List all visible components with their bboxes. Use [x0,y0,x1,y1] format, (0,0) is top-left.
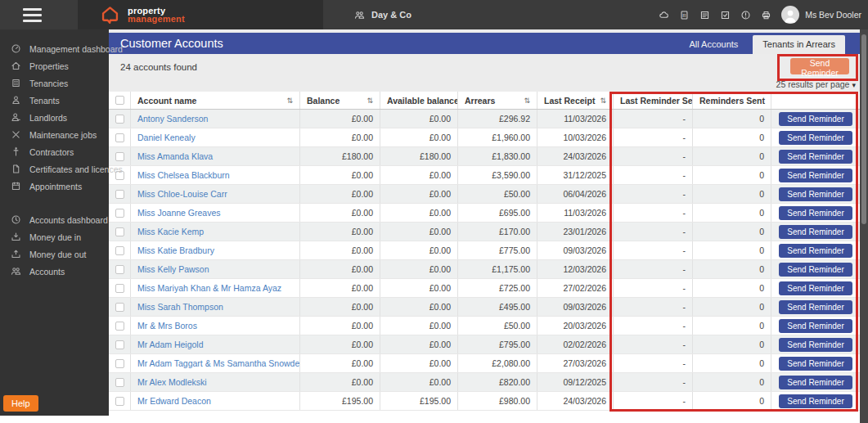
row-action-cell: Send Reminder [771,110,860,128]
alerts-icon[interactable] [740,10,751,20]
send-reminder-row-button[interactable]: Send Reminder [779,263,852,277]
row-checkbox-cell [109,204,131,222]
sidebar-item-label: Tenants [29,96,60,106]
reports-icon[interactable] [699,10,710,20]
account-name-link[interactable]: Miss Chloe-Louise Carr [137,189,227,199]
available-balance-cell: £0.00 [380,166,458,184]
balance-cell: £0.00 [300,223,380,241]
send-reminder-row-button[interactable]: Send Reminder [779,112,852,126]
sidebar-item-label: Properties [29,61,69,71]
row-checkbox[interactable] [115,303,124,312]
row-checkbox[interactable] [115,246,124,255]
hamburger-menu-button[interactable] [0,0,78,29]
row-checkbox[interactable] [115,340,124,349]
account-name-link[interactable]: Mr Alex Modlekski [137,377,207,387]
account-name-link[interactable]: Miss Sarah Thompson [137,302,223,312]
contractors-icon [11,146,21,157]
sidebar-item-properties[interactable]: Properties [0,57,109,74]
account-name-link[interactable]: Miss Mariyah Khan & Mr Hamza Ayaz [137,283,281,293]
row-checkbox[interactable] [115,284,124,293]
app-logo[interactable]: property management [78,0,323,29]
column-header-last_receipt[interactable]: Last Receipt⇅ [537,92,614,109]
row-checkbox[interactable] [115,397,124,406]
select-all-cell [109,92,131,109]
sidebar-item-management-dashboard[interactable]: Management dashboard [0,40,109,57]
account-name-link[interactable]: Miss Kacie Kemp [137,227,204,236]
account-name-link[interactable]: Miss Katie Bradbury [137,245,214,255]
sidebar-item-landlords[interactable]: Landlords [0,109,109,126]
vertical-scrollbar[interactable] [860,29,868,423]
sidebar-item-contractors[interactable]: Contractors [0,143,109,160]
column-header-available_balance[interactable]: Available balance⇅ [380,92,458,109]
send-reminder-row-button[interactable]: Send Reminder [779,319,852,333]
balance-cell: £0.00 [300,354,380,372]
row-checkbox[interactable] [115,133,124,142]
row-action-cell: Send Reminder [771,373,860,391]
row-action-cell: Send Reminder [771,260,860,278]
row-checkbox[interactable] [115,322,124,331]
send-reminder-row-button[interactable]: Send Reminder [779,376,852,389]
send-reminder-row-button[interactable]: Send Reminder [779,244,852,258]
sidebar-item-tenancies[interactable]: Tenancies [0,74,109,92]
account-name-cell: Mr & Mrs Boros [131,317,300,335]
send-reminder-row-button[interactable]: Send Reminder [779,357,852,371]
send-reminder-row-button[interactable]: Send Reminder [779,338,852,352]
send-reminder-row-button[interactable]: Send Reminder [779,300,852,314]
sidebar-item-money-due-out[interactable]: Money due out [0,245,109,263]
documents-icon[interactable]: R [679,10,690,20]
sidebar-item-accounts[interactable]: Accounts [0,263,109,280]
send-reminder-row-button[interactable]: Send Reminder [779,206,852,220]
send-reminder-row-button[interactable]: Send Reminder [779,131,852,145]
account-name-link[interactable]: Antony Sanderson [137,114,208,124]
send-reminder-row-button[interactable]: Send Reminder [779,281,852,295]
send-reminder-button[interactable]: Send Reminder [790,58,849,74]
page-titlebar: Customer Accounts All Accounts Tenants i… [109,33,860,54]
sidebar-item-accounts-dashboard[interactable]: Accounts dashboard [0,211,109,228]
brand-wordmark: property management [128,7,185,23]
row-checkbox[interactable] [115,359,124,368]
tab-all-accounts[interactable]: All Accounts [679,35,748,54]
user-menu[interactable]: Ms Bev Dooler [781,6,861,24]
column-header-balance[interactable]: Balance⇅ [300,92,380,109]
row-checkbox[interactable] [115,378,124,387]
client-selector[interactable]: Day & Co [354,10,412,20]
sidebar-item-label: Appointments [29,182,82,191]
sidebar-item-maintenance-jobs[interactable]: Maintenance jobs [0,126,109,143]
row-checkbox[interactable] [115,190,124,199]
send-reminder-row-button[interactable]: Send Reminder [779,394,852,408]
sidebar-item-tenants[interactable]: Tenants [0,92,109,109]
account-name-link[interactable]: Miss Joanne Greaves [137,208,221,218]
send-reminder-row-button[interactable]: Send Reminder [779,169,852,182]
column-header-arrears[interactable]: Arrears⇅ [458,92,537,109]
sidebar-item-money-due-in[interactable]: Money due in [0,228,109,245]
account-name-link[interactable]: Mr Edward Deacon [137,396,211,406]
select-all-checkbox[interactable] [115,96,124,105]
account-name-link[interactable]: Mr Adam Taggart & Ms Samantha Snowden [137,358,300,368]
send-reminder-row-button[interactable]: Send Reminder [779,187,852,201]
account-name-link[interactable]: Miss Chelsea Blackburn [137,170,230,180]
account-name-link[interactable]: Mr & Mrs Boros [137,321,197,331]
row-checkbox[interactable] [115,227,124,236]
results-per-page-dropdown[interactable]: 25 results per page▾ [776,79,856,89]
row-checkbox[interactable] [115,152,124,161]
row-checkbox[interactable] [115,265,124,274]
row-checkbox[interactable] [115,115,124,124]
sidebar-item-appointments[interactable]: Appointments [0,178,109,195]
row-checkbox[interactable] [115,209,124,218]
help-button[interactable]: Help [3,395,38,412]
sidebar-item-certificates-and-licences[interactable]: Certificates and licences [0,160,109,178]
print-icon[interactable] [761,10,771,20]
last-receipt-cell: 02/02/2026 [537,335,614,353]
cloud-icon[interactable] [659,10,669,20]
send-reminder-row-button[interactable]: Send Reminder [779,225,852,239]
available-balance-cell: £180.00 [380,147,458,165]
account-name-link[interactable]: Mr Adam Heigold [137,340,204,349]
column-header-name[interactable]: Account name⇅ [131,92,300,109]
account-name-link[interactable]: Miss Kelly Pawson [137,264,209,274]
account-name-link[interactable]: Daniel Kenealy [137,133,196,142]
tasks-icon[interactable] [720,10,731,20]
scrollbar-thumb[interactable] [861,34,866,224]
send-reminder-row-button[interactable]: Send Reminder [779,150,852,164]
tab-tenants-in-arrears[interactable]: Tenants in Arrears [753,35,845,54]
account-name-link[interactable]: Miss Amanda Klava [137,151,213,161]
